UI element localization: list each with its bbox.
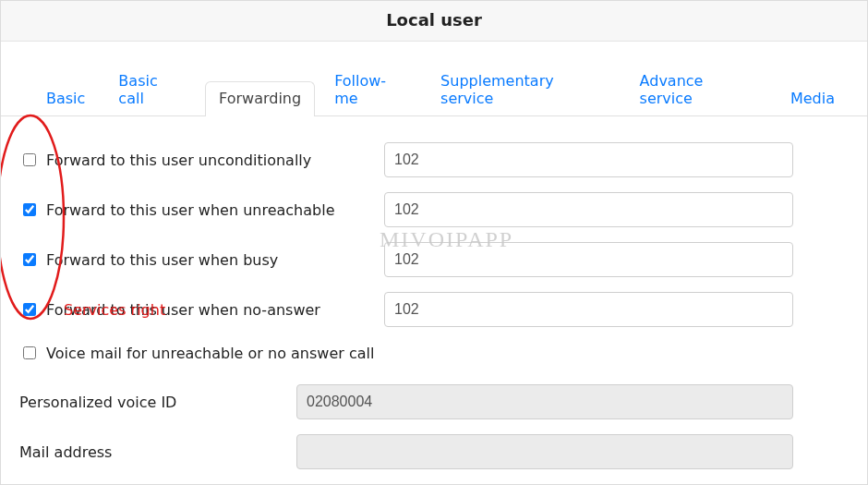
forward-no-answer-label: Forward to this user when no-answer (46, 301, 320, 319)
tab-basic[interactable]: Basic (32, 81, 99, 116)
panel-header: Local user (1, 1, 867, 42)
tab-media[interactable]: Media (777, 81, 849, 116)
voice-mail-row: Voice mail for unreachable or no answer … (19, 334, 849, 377)
voice-mail-checkbox[interactable] (23, 346, 36, 359)
forward-busy-checkbox[interactable] (23, 253, 36, 266)
forward-unconditional-input[interactable] (384, 142, 793, 177)
tab-follow-me[interactable]: Follow-me (320, 64, 421, 116)
panel-title: Local user (386, 10, 482, 30)
forward-unreachable-label: Forward to this user when unreachable (46, 201, 334, 219)
forward-unconditional-checkbox[interactable] (23, 153, 36, 166)
forward-busy-input[interactable] (384, 242, 793, 277)
mail-address-row: Mail address (19, 427, 849, 477)
forward-unreachable-row: Forward to this user when unreachable (19, 185, 849, 235)
tab-advance-service[interactable]: Advance service (626, 64, 771, 116)
tab-forwarding[interactable]: Forwarding (205, 81, 315, 116)
forward-no-answer-checkbox[interactable] (23, 303, 36, 316)
forward-no-answer-row: Forward to this user when no-answer (19, 285, 849, 334)
tab-basic-call[interactable]: Basic call (104, 64, 199, 116)
forward-unconditional-label: Forward to this user unconditionally (46, 152, 311, 169)
local-user-panel: Local user Basic Basic call Forwarding F… (0, 0, 868, 485)
forward-busy-row: Forward to this user when busy (19, 235, 849, 285)
tab-supplementary-service[interactable]: Supplementary service (427, 64, 620, 116)
mail-address-label: Mail address (19, 443, 296, 461)
voice-mail-label: Voice mail for unreachable or no answer … (46, 345, 374, 362)
personal-voice-id-input (296, 384, 793, 419)
forward-unreachable-checkbox[interactable] (23, 203, 36, 216)
mail-address-input[interactable] (296, 434, 793, 469)
forward-unconditional-row: Forward to this user unconditionally (19, 135, 849, 185)
tab-bar: Basic Basic call Forwarding Follow-me Su… (1, 42, 867, 116)
forwarding-form: Services right Forward to this user unco… (1, 116, 867, 477)
forward-unreachable-input[interactable] (384, 192, 793, 227)
forward-no-answer-input[interactable] (384, 292, 793, 327)
personal-voice-id-row: Personalized voice ID (19, 377, 849, 427)
personal-voice-id-label: Personalized voice ID (19, 394, 296, 411)
forward-busy-label: Forward to this user when busy (46, 251, 278, 269)
